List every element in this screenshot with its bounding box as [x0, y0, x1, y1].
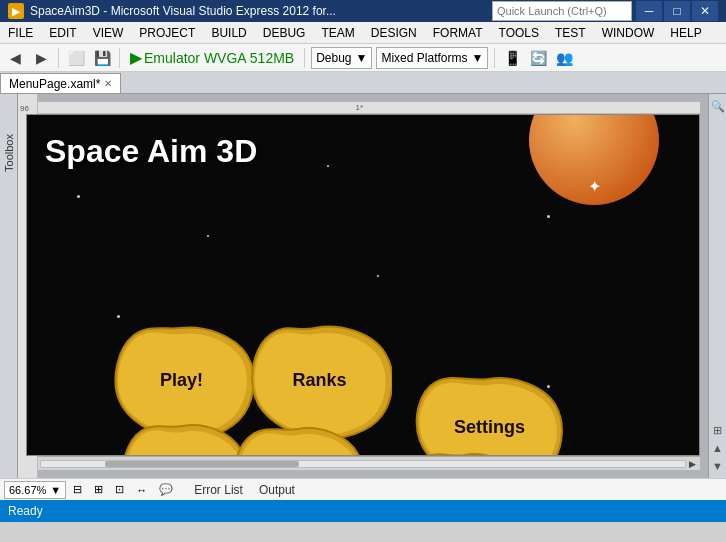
menu-window[interactable]: WINDOW	[594, 22, 663, 44]
forward-button[interactable]: ▶	[30, 47, 52, 69]
zoom-value: 66.67%	[9, 484, 46, 496]
crosshair-icon: ✦	[588, 177, 601, 196]
scroll-track[interactable]	[40, 460, 686, 468]
menu-build[interactable]: BUILD	[203, 22, 254, 44]
zoom-cursor-btn[interactable]: ↔	[131, 482, 152, 498]
close-button[interactable]: ✕	[692, 1, 718, 21]
menu-test[interactable]: TEST	[547, 22, 594, 44]
design-canvas[interactable]: ✦ Space Aim 3D Play!	[26, 114, 700, 456]
status-bar: Ready	[0, 500, 726, 522]
emulator-label: Emulator WVGA 512MB	[144, 50, 294, 66]
web-button-blob[interactable]: Web	[405, 450, 525, 455]
play-label: Play!	[160, 370, 203, 391]
design-canvas-container: ✦ Space Aim 3D Play!	[26, 114, 700, 456]
menu-project[interactable]: PROJECT	[131, 22, 203, 44]
tab-menupage[interactable]: MenuPage.xaml* ✕	[0, 73, 121, 93]
toolbox-label[interactable]: Toolbox	[3, 134, 15, 172]
canvas-wrapper: 1* 96	[18, 94, 708, 478]
star-9	[547, 215, 550, 218]
scroll-thumb[interactable]	[105, 461, 298, 467]
toolbar: ◀ ▶ ⬜ 💾 ▶ Emulator WVGA 512MB Debug ▼ Mi…	[0, 44, 726, 72]
settings-label: Settings	[454, 417, 525, 438]
menu-view[interactable]: VIEW	[85, 22, 132, 44]
game-scene: ✦ Space Aim 3D Play!	[27, 115, 699, 455]
right-zoom-button[interactable]: 🔍	[710, 98, 726, 114]
right-grid-button[interactable]: ⊞	[710, 422, 726, 438]
config-dropdown[interactable]: Debug ▼	[311, 47, 372, 69]
scroll-down-button[interactable]: ▼	[710, 458, 726, 474]
editor-area: Toolbox 1* 96	[0, 94, 726, 478]
right-panel: 🔍 ⊞ ▲ ▼	[708, 94, 726, 478]
ranks-button-blob[interactable]: Ranks	[247, 320, 392, 440]
menu-help[interactable]: HELP	[662, 22, 709, 44]
zoom-fit-btn[interactable]: ⊟	[68, 481, 87, 498]
menu-debug[interactable]: DEBUG	[255, 22, 314, 44]
toolbar-btn-2[interactable]: 💾	[91, 47, 113, 69]
map-button-blob[interactable]: Map	[119, 420, 247, 455]
title-bar: ▶ SpaceAim3D - Microsoft Visual Studio E…	[0, 0, 726, 22]
toolbar-separator-1	[58, 48, 59, 68]
menu-tools[interactable]: TOOLS	[491, 22, 547, 44]
scroll-up-button[interactable]: ▲	[710, 440, 726, 456]
restore-button[interactable]: □	[664, 1, 690, 21]
platform-dropdown[interactable]: Mixed Platforms ▼	[376, 47, 488, 69]
tab-bar: MenuPage.xaml* ✕	[0, 72, 726, 94]
zoom-dropdown[interactable]: 66.67% ▼	[4, 481, 66, 499]
settings-button-blob[interactable]: Settings	[412, 373, 567, 455]
toolbar-separator-4	[494, 48, 495, 68]
star-3	[117, 315, 120, 318]
scroll-right-button[interactable]: ▶	[686, 458, 698, 470]
status-text: Ready	[8, 504, 43, 518]
toolbar-btn-1[interactable]: ⬜	[65, 47, 87, 69]
quick-launch-input[interactable]	[492, 1, 632, 21]
minimize-button[interactable]: ─	[636, 1, 662, 21]
ranks-label: Ranks	[292, 370, 346, 391]
toolbar-people-btn[interactable]: 👥	[553, 47, 575, 69]
app-title: SpaceAim3D - Microsoft Visual Studio Exp…	[30, 4, 336, 18]
star-10	[327, 165, 329, 167]
menu-design[interactable]: DESIGN	[363, 22, 425, 44]
menu-bar: FILE EDIT VIEW PROJECT BUILD DEBUG TEAM …	[0, 22, 726, 44]
world-button-blob[interactable]: World	[232, 423, 364, 455]
back-button[interactable]: ◀	[4, 47, 26, 69]
menu-team[interactable]: TEAM	[313, 22, 362, 44]
play-button[interactable]: ▶ Emulator WVGA 512MB	[126, 48, 298, 67]
toolbar-device-btn[interactable]: 📱	[501, 47, 523, 69]
toolbar-separator-3	[304, 48, 305, 68]
horizontal-scrollbar[interactable]: ◀ ▶	[26, 456, 700, 470]
bottom-bar: 66.67% ▼ ⊟ ⊞ ⊡ ↔ 💬 Error List Output	[0, 478, 726, 500]
menu-edit[interactable]: EDIT	[41, 22, 84, 44]
toolbar-separator-2	[119, 48, 120, 68]
tab-output[interactable]: Output	[255, 483, 299, 497]
menu-file[interactable]: FILE	[0, 22, 41, 44]
menu-format[interactable]: FORMAT	[425, 22, 491, 44]
toolbar-refresh-btn[interactable]: 🔄	[527, 47, 549, 69]
app-icon: ▶	[8, 3, 24, 19]
star-2	[207, 235, 209, 237]
toolbox-panel[interactable]: Toolbox	[0, 94, 18, 478]
star-4	[377, 275, 379, 277]
game-title: Space Aim 3D	[45, 133, 257, 170]
comment-btn[interactable]: 💬	[154, 481, 178, 498]
tab-error-list[interactable]: Error List	[190, 483, 247, 497]
star-1	[77, 195, 80, 198]
zoom-grid-btn[interactable]: ⊞	[89, 481, 108, 498]
tab-close-button[interactable]: ✕	[104, 78, 112, 89]
zoom-size-btn[interactable]: ⊡	[110, 481, 129, 498]
ruler-top: 1*	[26, 102, 700, 114]
bottom-tabs: Error List Output	[182, 483, 307, 497]
